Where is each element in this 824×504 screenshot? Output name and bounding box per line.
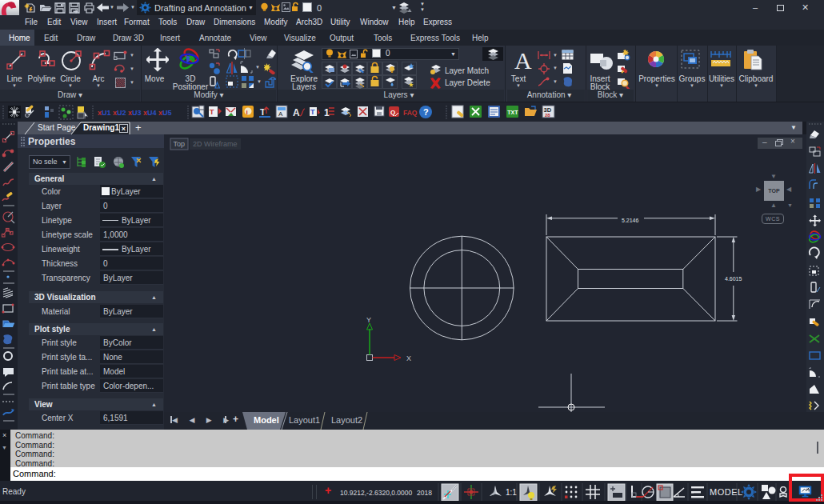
svg-text:i: i — [246, 109, 248, 116]
svg-text:Q: Q — [390, 109, 395, 116]
svg-text:T: T — [310, 108, 315, 116]
svg-text:A: A — [293, 107, 300, 118]
svg-text:TXT: TXT — [507, 110, 518, 115]
svg-text:T: T — [210, 108, 214, 116]
svg-text:Top: Top — [174, 140, 186, 148]
svg-text:U3: U3 — [132, 109, 142, 117]
svg-text:1: 1 — [324, 107, 330, 118]
svg-text:5.2146: 5.2146 — [622, 218, 639, 223]
svg-text:Y: Y — [366, 316, 371, 324]
svg-text:28: 28 — [545, 113, 550, 118]
svg-text:?: ? — [423, 107, 429, 117]
svg-text:MODEL: MODEL — [710, 487, 743, 497]
svg-text:U2: U2 — [117, 109, 126, 117]
svg-text:2D Wireframe: 2D Wireframe — [193, 140, 238, 148]
svg-text:FAQ: FAQ — [403, 109, 418, 117]
svg-text:U1: U1 — [102, 109, 111, 117]
svg-text:A: A — [514, 48, 532, 72]
svg-text:A: A — [278, 110, 283, 118]
svg-text:U4: U4 — [147, 109, 157, 117]
svg-text:U5: U5 — [162, 109, 172, 117]
svg-text:1:1: 1:1 — [506, 488, 517, 497]
svg-text:X: X — [406, 354, 411, 362]
svg-text:4.6015: 4.6015 — [725, 276, 742, 282]
